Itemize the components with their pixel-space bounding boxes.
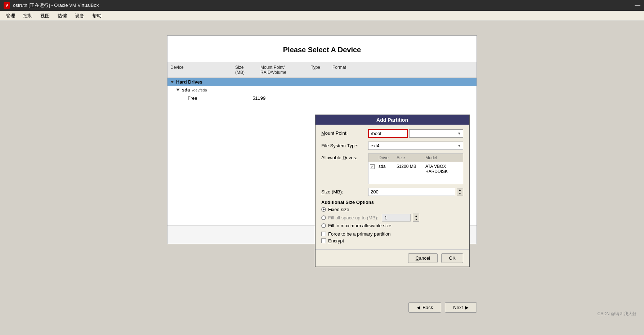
additional-size-label: Additional Size Options bbox=[321, 200, 463, 205]
fill-up-radio[interactable] bbox=[321, 215, 326, 220]
filesystem-control: ext4 ▼ bbox=[368, 142, 463, 150]
menu-hotkey[interactable]: 热键 bbox=[54, 12, 71, 20]
encrypt-row[interactable]: Encrypt bbox=[321, 238, 463, 244]
drives-table-body: ✓ sda 51200 MB ATA VBOX HARDDISK bbox=[368, 162, 463, 184]
drive-check[interactable]: ✓ bbox=[368, 163, 377, 175]
check-mark: ✓ bbox=[371, 164, 374, 169]
drive-checkbox[interactable]: ✓ bbox=[370, 164, 375, 169]
watermark: CSDN @请叫我大虾 bbox=[597, 311, 637, 317]
sda-expand-icon bbox=[176, 89, 180, 91]
force-primary-checkbox[interactable] bbox=[321, 232, 326, 236]
size-row: Size (MB): ▲ ▼ bbox=[321, 188, 463, 196]
cancel-label: ancel bbox=[419, 255, 430, 261]
free-label: Free bbox=[185, 95, 250, 102]
sda-name: sda bbox=[182, 87, 190, 93]
mount-point-label: Mount Point: bbox=[321, 129, 368, 136]
size-input[interactable] bbox=[368, 188, 455, 196]
main-area: Please Select A Device Device Size(MB) M… bbox=[0, 21, 644, 323]
fill-down-btn[interactable]: ▼ bbox=[413, 218, 419, 221]
col-device: Device bbox=[167, 64, 232, 76]
collapse-icon bbox=[170, 81, 174, 83]
col-type: Type bbox=[308, 64, 330, 76]
force-primary-row[interactable]: Force to be a primary partition bbox=[321, 231, 463, 237]
table-header: Device Size(MB) Mount Point/RAID/Volume … bbox=[167, 62, 477, 78]
title-bar: V ostruth [正在运行] - Oracle VM VirtualBox … bbox=[0, 0, 644, 11]
mount-point-control: ▼ bbox=[368, 129, 463, 138]
drives-col-check bbox=[368, 155, 377, 161]
fill-up-spinner: ▲ ▼ bbox=[413, 214, 419, 222]
back-label: Back bbox=[422, 305, 433, 310]
allowable-drives-row: Allowable Drives: Drive Size Model bbox=[321, 153, 463, 184]
size-down-btn[interactable]: ▼ bbox=[457, 192, 463, 196]
filesystem-select[interactable]: ext4 bbox=[368, 142, 463, 150]
col-mountpoint: Mount Point/RAID/Volume bbox=[258, 64, 308, 76]
hard-drives-label: Hard Drives bbox=[176, 79, 202, 85]
page-title: Please Select A Device bbox=[167, 36, 477, 62]
free-size: 51199 bbox=[250, 95, 275, 102]
fixed-size-label: Fixed size bbox=[328, 207, 349, 212]
additional-size-section: Additional Size Options Fixed size Fill … bbox=[321, 200, 463, 228]
allowable-drives-label: Allowable Drives: bbox=[321, 153, 368, 160]
ok-button[interactable]: OK bbox=[441, 253, 463, 263]
col-size: Size(MB) bbox=[232, 64, 258, 76]
menu-manage[interactable]: 管理 bbox=[2, 12, 19, 20]
fixed-size-radio[interactable] bbox=[321, 207, 326, 212]
dialog-body: Mount Point: ▼ File System Type: bbox=[316, 125, 469, 249]
mount-point-label-text: ount Point: bbox=[325, 130, 348, 136]
sda-row[interactable]: sda /dev/sda bbox=[167, 86, 477, 94]
dialog-footer: Cancel OK bbox=[316, 249, 469, 267]
drives-col-size: Size bbox=[395, 155, 424, 161]
mount-point-dropdown[interactable] bbox=[409, 129, 463, 138]
size-spinner: ▲ ▼ bbox=[457, 188, 463, 196]
next-button[interactable]: Next ▶ bbox=[445, 302, 477, 313]
menu-bar: 管理 控制 视图 热键 设备 帮助 bbox=[0, 11, 644, 21]
dialog-title: Add Partition bbox=[316, 115, 469, 125]
table-row[interactable]: ✓ sda 51200 MB ATA VBOX HARDDISK bbox=[368, 162, 463, 176]
drives-table-header: Drive Size Model bbox=[368, 154, 463, 162]
fill-up-input[interactable] bbox=[382, 214, 411, 222]
force-primary-label: Force to be a primary partition bbox=[328, 231, 390, 237]
fill-up-btn[interactable]: ▲ bbox=[413, 214, 419, 218]
nav-buttons: ◀ Back Next ▶ bbox=[408, 302, 477, 313]
filesystem-row: File System Type: ext4 ▼ bbox=[321, 142, 463, 150]
menu-device[interactable]: 设备 bbox=[71, 12, 88, 20]
ok-label: OK bbox=[449, 255, 456, 261]
encrypt-checkbox[interactable] bbox=[321, 238, 326, 243]
add-partition-dialog: Add Partition Mount Point: ▼ bbox=[315, 115, 470, 267]
next-label: Next bbox=[453, 305, 463, 310]
filesystem-label: File System Type: bbox=[321, 142, 368, 148]
fill-max-radio[interactable] bbox=[321, 223, 326, 228]
drive-size: 51200 MB bbox=[395, 163, 424, 175]
menu-control[interactable]: 控制 bbox=[19, 12, 36, 20]
mount-point-input[interactable] bbox=[368, 129, 408, 138]
menu-help[interactable]: 帮助 bbox=[89, 12, 105, 20]
size-control: ▲ ▼ bbox=[368, 188, 463, 196]
size-label: Size (MB): bbox=[321, 188, 368, 195]
free-row[interactable]: Free 51199 bbox=[167, 94, 477, 103]
encrypt-label: Encrypt bbox=[328, 238, 344, 244]
size-up-btn[interactable]: ▲ bbox=[457, 188, 463, 192]
fill-max-row[interactable]: Fill to maximum allowable size bbox=[321, 223, 463, 228]
drives-table: Drive Size Model ✓ sda bbox=[368, 153, 463, 184]
drive-name: sda bbox=[377, 163, 395, 175]
fill-up-row[interactable]: Fill all space up to (MB): ▲ ▼ bbox=[321, 214, 463, 222]
allowable-drives-control: Drive Size Model ✓ sda bbox=[368, 153, 463, 184]
cancel-button[interactable]: Cancel bbox=[408, 253, 438, 263]
back-button[interactable]: ◀ Back bbox=[408, 302, 441, 313]
next-arrow-icon: ▶ bbox=[465, 305, 469, 310]
menu-view[interactable]: 视图 bbox=[37, 12, 53, 20]
fixed-size-row[interactable]: Fixed size bbox=[321, 207, 463, 212]
col-format: Format bbox=[330, 64, 358, 76]
back-arrow-icon: ◀ bbox=[417, 305, 420, 310]
minimize-button[interactable]: — bbox=[635, 2, 640, 9]
drives-col-drive: Drive bbox=[377, 155, 395, 161]
window-title: ostruth [正在运行] - Oracle VM VirtualBox bbox=[13, 2, 632, 9]
fill-up-label: Fill all space up to (MB): bbox=[328, 215, 378, 220]
drives-col-model: Model bbox=[424, 155, 463, 161]
hard-drives-row[interactable]: Hard Drives bbox=[167, 78, 477, 86]
app-icon: V bbox=[4, 2, 10, 9]
sda-dev: /dev/sda bbox=[192, 88, 207, 92]
fill-max-label: Fill to maximum allowable size bbox=[328, 223, 392, 228]
mount-point-row: Mount Point: ▼ bbox=[321, 129, 463, 138]
drive-model: ATA VBOX HARDDISK bbox=[424, 163, 463, 175]
